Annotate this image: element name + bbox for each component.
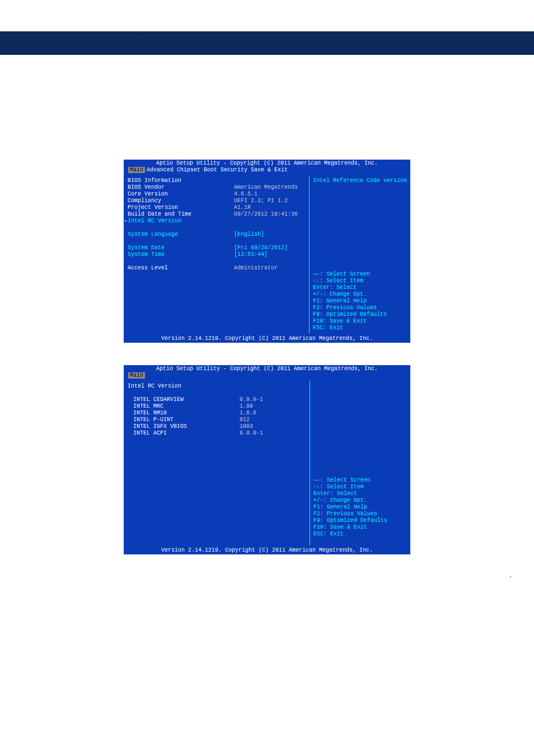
value: 1.00	[240, 403, 253, 410]
bios-header: Aptio Setup Utility - Copyright (C) 2011…	[124, 365, 410, 380]
bios-footer: Version 2.14.1219. Copyright (C) 2011 Am…	[124, 334, 410, 343]
help-previous: F2: Previous Values	[313, 511, 406, 517]
label: BIOS Vendor	[128, 184, 234, 191]
label: Core Version	[128, 191, 234, 198]
label: INTEL MRC	[128, 403, 240, 410]
label: INTEL IGFX VBIOS	[128, 423, 240, 430]
help-optimized: F9: Optimized Defaults	[313, 517, 406, 524]
row-system-date[interactable]: System Date[Fri 09/28/2012]	[128, 245, 306, 251]
tab-boot[interactable]: Boot	[202, 167, 219, 173]
label: System Language	[128, 231, 234, 238]
row-intel-nm10: INTEL NM101.6.0	[128, 410, 306, 417]
tab-main[interactable]: Main	[128, 167, 145, 173]
bios-tab-bar[interactable]: Main Advanced Chipset Boot Security Save…	[124, 167, 410, 173]
help-change-opt: +/-: Change Opt.	[313, 291, 406, 298]
help-enter: Enter: Select	[313, 284, 406, 291]
value: [Fri 09/28/2012]	[234, 245, 288, 251]
label: System Time	[128, 251, 234, 258]
bios-title: Aptio Setup Utility - Copyright (C) 2011…	[124, 366, 410, 372]
row-intel-mrc: INTEL MRC1.00	[128, 403, 306, 410]
row-project-version: Project VersionA1.1R	[128, 204, 306, 211]
label: BIOS Information	[128, 178, 234, 184]
tab-security[interactable]: Security	[219, 167, 249, 173]
bios-body: Intel RC Version INTEL CEDARVIEW0.9.0-1 …	[124, 380, 410, 546]
label: INTEL ACPI	[128, 430, 240, 437]
row-core-version: Core Version4.6.5.1	[128, 191, 306, 198]
value: 012	[240, 417, 250, 423]
help-previous: F2: Previous Values	[313, 305, 406, 311]
bios-left-pane: Intel RC Version INTEL CEDARVIEW0.9.0-1 …	[124, 381, 310, 545]
label: INTEL CEDARVIEW	[128, 396, 240, 403]
stray-comma: ,	[139, 36, 140, 43]
row-intel-igfx-vbios: INTEL IGFX VBIOS1003	[128, 423, 306, 430]
tab-chipset[interactable]: Chipset	[175, 167, 202, 173]
value: 0.9.0-1	[240, 430, 263, 437]
label: Compliancy	[128, 198, 234, 204]
spacer	[0, 55, 534, 160]
bios-title: Aptio Setup Utility - Copyright (C) 2011…	[124, 160, 410, 166]
value: 09/27/2012 10:41:36	[234, 211, 298, 218]
label: Intel RC Version	[128, 383, 234, 390]
help-esc: ESC: Exit	[313, 325, 406, 332]
label: INTEL NM10	[128, 410, 240, 417]
help-select-screen: →←: Select Screen	[313, 477, 406, 484]
value: Administrator	[234, 265, 278, 272]
bios-header: Aptio Setup Utility - Copyright (C) 2011…	[124, 160, 410, 175]
help-general: F1: General Help	[313, 504, 406, 511]
value: A1.1R	[234, 204, 251, 211]
bios-help-pane: Intel Reference Code version →←: Select …	[310, 175, 410, 334]
row-bios-vendor: BIOS VendorAmerican Megatrends	[128, 184, 306, 191]
tab-advanced[interactable]: Advanced	[145, 167, 175, 173]
row-intel-acpi: INTEL ACPI0.9.0-1	[128, 430, 306, 437]
row-intel-puint: INTEL P-UINT012	[128, 417, 306, 423]
row-intel-cedarview: INTEL CEDARVIEW0.9.0-1	[128, 396, 306, 403]
help-enter: Enter: Select	[313, 491, 406, 497]
tab-main[interactable]: Main	[128, 372, 145, 379]
help-save-exit: F10: Save & Exit	[313, 318, 406, 325]
bios-help-pane: →←: Select Screen ↑↓: Select Item Enter:…	[310, 381, 410, 545]
label: Project Version	[128, 204, 234, 211]
value: UEFI 2.3; PI 1.2	[234, 198, 288, 204]
bios-left-pane: BIOS Information BIOS VendorAmerican Meg…	[124, 175, 310, 334]
value: [13:53:44]	[234, 251, 268, 258]
label: INTEL P-UINT	[128, 417, 240, 423]
help-esc: ESC: Exit	[313, 531, 406, 538]
help-change-opt: +/-: Change Opt.	[313, 497, 406, 504]
row-compliancy: CompliancyUEFI 2.3; PI 1.2	[128, 198, 306, 204]
value: American Megatrends	[234, 184, 298, 191]
label: Access Level	[128, 265, 234, 272]
bios-screen-intel-rc: Aptio Setup Utility - Copyright (C) 2011…	[124, 365, 410, 554]
row-intel-rc-version-header: Intel RC Version	[128, 383, 306, 390]
submenu-arrow-icon: ▸	[124, 218, 128, 225]
row-bios-information: BIOS Information	[128, 178, 306, 184]
bios-body: BIOS Information BIOS VendorAmerican Meg…	[124, 175, 410, 334]
label: System Date	[128, 245, 234, 251]
spacer	[0, 343, 534, 365]
page-header-blank	[0, 0, 534, 11]
bios-footer: Version 2.14.1219. Copyright (C) 2011 Am…	[124, 546, 410, 554]
help-select-item: ↑↓: Select Item	[313, 484, 406, 491]
value: 0.9.0-1	[240, 396, 263, 403]
blue-banner	[0, 31, 534, 55]
bios-tab-bar[interactable]: Main	[124, 372, 410, 379]
bios-screen-main: Aptio Setup Utility - Copyright (C) 2011…	[124, 160, 410, 343]
label: Build Date and Time	[128, 211, 234, 218]
help-save-exit: F10: Save & Exit	[313, 524, 406, 531]
label: Intel RC Version	[128, 218, 234, 225]
row-build-date: Build Date and Time09/27/2012 10:41:36	[128, 211, 306, 218]
help-select-item: ↑↓: Select Item	[313, 278, 406, 284]
value: 1003	[240, 423, 253, 430]
help-select-screen: →←: Select Screen	[313, 271, 406, 278]
row-system-language[interactable]: System Language[English]	[128, 231, 306, 238]
value: 1.6.0	[240, 410, 256, 417]
row-intel-rc-version[interactable]: ▸ Intel RC Version	[128, 218, 306, 225]
row-system-time[interactable]: System Time[13:53:44]	[128, 251, 306, 258]
help-general: F1: General Help	[313, 298, 406, 305]
row-access-level: Access LevelAdministrator	[128, 265, 306, 272]
value: [English]	[234, 231, 264, 238]
footer-comma: ,	[0, 571, 534, 578]
help-description: Intel Reference Code version	[313, 178, 406, 184]
value: 4.6.5.1	[234, 191, 257, 198]
tab-save-exit[interactable]: Save & Exit	[249, 167, 289, 173]
help-optimized: F9: Optimized Defaults	[313, 311, 406, 318]
